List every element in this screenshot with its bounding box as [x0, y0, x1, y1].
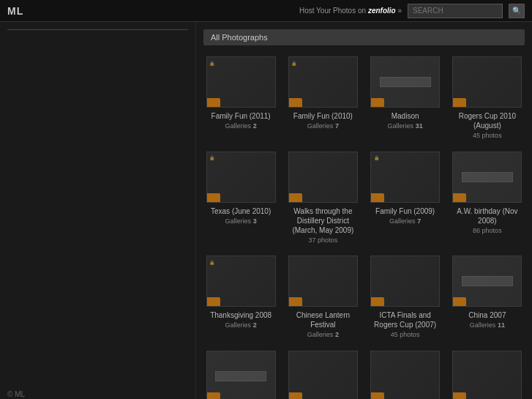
- thumb-wrapper: [452, 152, 522, 203]
- gallery-sub-label: Galleries 11: [470, 321, 505, 330]
- thumb-wrapper: 🔒: [206, 152, 276, 203]
- gallery-sub-label: 45 photos: [473, 132, 502, 141]
- thumb-strip: [462, 276, 513, 286]
- thumb-bg: [288, 152, 358, 203]
- thumb-wrapper: [370, 351, 440, 399]
- thumb-bg: 🔒: [206, 152, 276, 203]
- folder-tab-icon: [289, 297, 302, 306]
- thumb-strip: [380, 77, 431, 87]
- section-title: All Photographs: [203, 29, 525, 45]
- thumb-bg: [452, 56, 522, 108]
- thumb-wrapper: 🔒: [206, 256, 276, 307]
- thumb-bg: [288, 256, 358, 307]
- lock-icon: 🔒: [209, 154, 216, 163]
- gallery-sub-value: 31: [416, 122, 423, 130]
- folder-tab-icon: [207, 297, 220, 306]
- thumb-bg: 🔒: [370, 152, 440, 203]
- thumb-bg: 🔒: [206, 56, 276, 108]
- search-button[interactable]: 🔍: [509, 4, 525, 18]
- thumb-wrapper: [288, 256, 358, 307]
- thumb-wrapper: [288, 152, 358, 203]
- gallery-item[interactable]: ICTA Finals and Rogers Cup (2007)45 phot…: [368, 256, 443, 340]
- copyright: © ML: [7, 390, 25, 398]
- gallery-item[interactable]: China 2007Galleries 11: [450, 256, 525, 340]
- gallery-item[interactable]: 🔒Family Fun (2009)Galleries 7: [368, 152, 443, 245]
- gallery-sub-label: 45 photos: [391, 331, 420, 340]
- thumb-strip: [215, 371, 266, 381]
- thumb-bg: [452, 351, 522, 399]
- gallery-sub-label: Galleries 7: [307, 122, 339, 131]
- gallery-name: Thanksgiving 2008: [210, 310, 271, 320]
- thumb-bg: [452, 256, 522, 307]
- gallery-name: A.W. birthday (Nov 2008): [450, 206, 525, 225]
- folder-tab-icon: [453, 297, 466, 306]
- folder-tab-icon: [371, 297, 384, 306]
- folder-tab-icon: [371, 392, 384, 399]
- gallery-item[interactable]: 🔒Family Fun (2010)Galleries 7: [285, 56, 360, 141]
- thumb-wrapper: [206, 351, 276, 399]
- thumb-wrapper: [452, 256, 522, 307]
- thumb-bg: [370, 256, 440, 307]
- gallery-name: ICTA Finals and Rogers Cup (2007): [368, 310, 443, 329]
- gallery-sub-label: Galleries 3: [225, 217, 257, 226]
- gallery-item[interactable]: MadisonGalleries 31: [368, 56, 443, 141]
- lock-icon: 🔒: [291, 59, 298, 67]
- gallery-item[interactable]: [203, 351, 278, 399]
- gallery-sub-value: 7: [417, 217, 421, 225]
- gallery-sub-value: 2: [253, 321, 257, 329]
- lock-icon: 🔒: [209, 258, 216, 266]
- thumb-wrapper: [370, 56, 440, 108]
- search-input[interactable]: [408, 4, 503, 18]
- thumb-strip: [462, 172, 513, 182]
- thumb-wrapper: 🔒: [206, 56, 276, 108]
- gallery-item[interactable]: Walks through the Distillery District (M…: [285, 152, 360, 245]
- thumb-wrapper: 🔒: [288, 56, 358, 108]
- thumb-wrapper: [452, 351, 522, 399]
- folder-tab-icon: [289, 193, 302, 202]
- gallery-name: China 2007: [468, 310, 506, 320]
- lock-icon: 🔒: [372, 154, 380, 163]
- folder-tab-icon: [207, 392, 220, 399]
- thumb-bg: [288, 351, 358, 399]
- layout: © ML All Photographs 🔒Family Fun (2011)G…: [0, 22, 532, 399]
- gallery-sub-label: Galleries 7: [389, 217, 421, 226]
- gallery-sub-label: 86 photos: [473, 227, 502, 236]
- gallery-sub-value: 3: [253, 217, 257, 225]
- folder-tab-icon: [207, 193, 220, 202]
- main-content: All Photographs 🔒Family Fun (2011)Galler…: [196, 22, 532, 399]
- thumb-bg: [370, 351, 440, 399]
- gallery-item[interactable]: [450, 351, 525, 399]
- folder-tab-icon: [371, 193, 384, 202]
- header: ML Host Your Photos on zenfolio » 🔍: [0, 0, 532, 22]
- folder-tab-icon: [453, 193, 466, 202]
- gallery-name: Rogers Cup 2010 (August): [450, 111, 525, 130]
- gallery-item[interactable]: [285, 351, 360, 399]
- gallery-item[interactable]: 🔒Thanksgiving 2008Galleries 2: [203, 256, 278, 340]
- gallery-name: Madison: [391, 111, 419, 121]
- gallery-sub-label: Galleries 2: [307, 331, 339, 340]
- gallery-sub-value: 2: [335, 331, 339, 338]
- gallery-item[interactable]: Rogers Cup 2010 (August)45 photos: [450, 56, 525, 141]
- folder-tab-icon: [289, 392, 302, 399]
- gallery-item[interactable]: [368, 351, 443, 399]
- gallery-item[interactable]: Chinese Lantern FestivalGalleries 2: [285, 256, 360, 340]
- sidebar: © ML: [0, 22, 196, 399]
- gallery-name: Chinese Lantern Festival: [285, 310, 360, 329]
- host-text: Host Your Photos on zenfolio »: [299, 7, 402, 15]
- thumb-bg: 🔒: [288, 56, 358, 108]
- thumb-wrapper: [370, 256, 440, 307]
- thumb-bg: [370, 56, 440, 108]
- site-logo: ML: [7, 5, 23, 17]
- gallery-item[interactable]: A.W. birthday (Nov 2008)86 photos: [450, 152, 525, 245]
- folder-tab-icon: [207, 98, 220, 107]
- gallery-sub-value: 11: [498, 321, 505, 329]
- gallery-sub-label: Galleries 31: [388, 122, 423, 131]
- gallery-name: Texas (June 2010): [211, 206, 271, 216]
- gallery-name: Family Fun (2011): [211, 111, 271, 121]
- gallery-sub-label: Galleries 2: [225, 122, 257, 131]
- gallery-name: Walks through the Distillery District (M…: [285, 206, 360, 235]
- gallery-item[interactable]: 🔒Family Fun (2011)Galleries 2: [203, 56, 278, 141]
- folder-tab-icon: [289, 98, 302, 107]
- thumb-bg: 🔒: [206, 256, 276, 307]
- gallery-item[interactable]: 🔒Texas (June 2010)Galleries 3: [203, 152, 278, 245]
